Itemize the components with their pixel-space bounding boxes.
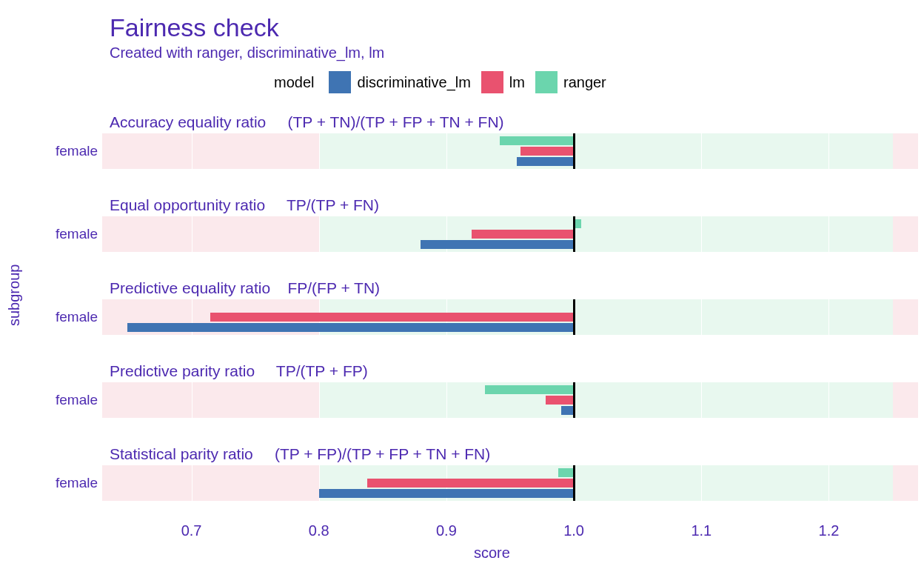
facet-title: Statistical parity ratio (TP + FP)/(TP +…	[44, 443, 918, 465]
bar-lm	[546, 396, 574, 405]
bar-lm	[210, 313, 574, 322]
reference-line	[573, 216, 575, 252]
bar-discriminative_lm	[517, 157, 574, 166]
reference-line	[573, 299, 575, 335]
fairness-chart: Fairness check Created with ranger, disc…	[0, 0, 924, 569]
plot-area	[102, 465, 918, 501]
legend-item-lm: lm	[481, 71, 525, 93]
reference-line	[573, 465, 575, 501]
plot-area	[102, 299, 918, 335]
x-tick: 1.2	[819, 522, 840, 539]
bar-discriminative_lm	[561, 406, 574, 415]
bar-lm	[367, 479, 574, 488]
x-tick: 0.9	[436, 522, 457, 539]
legend-item-ranger: ranger	[535, 71, 606, 93]
x-tick: 0.8	[309, 522, 329, 539]
legend-item-discriminative-lm: discriminative_lm	[329, 71, 470, 93]
facet-body: female	[44, 299, 918, 335]
facet-title: Equal opportunity ratio TP/(TP + FN)	[44, 194, 918, 216]
legend-label: ranger	[563, 74, 606, 91]
bar-lm	[520, 147, 574, 156]
subgroup-label: female	[44, 216, 102, 252]
legend-swatch-ranger	[535, 71, 558, 93]
facet-body: female	[44, 382, 918, 418]
x-axis-label: score	[474, 545, 510, 562]
bar-ranger	[500, 136, 574, 145]
facet-panel: Predictive equality ratio FP/(FP + TN)fe…	[44, 277, 918, 360]
legend-label: lm	[509, 74, 525, 91]
bar-discriminative_lm	[319, 489, 574, 498]
x-tick: 1.1	[691, 522, 712, 539]
facet-panel: Predictive parity ratio TP/(TP + FP)fema…	[44, 360, 918, 443]
facet-panel: Accuracy equality ratio (TP + TN)/(TP + …	[44, 111, 918, 194]
legend-label: discriminative_lm	[357, 74, 470, 91]
plot-area	[102, 133, 918, 169]
legend-title: model	[274, 74, 314, 91]
subgroup-label: female	[44, 465, 102, 501]
x-tick: 1.0	[563, 522, 584, 539]
y-axis-label: subgroup	[6, 264, 23, 326]
plot-area	[102, 382, 918, 418]
chart-title: Fairness check	[110, 13, 279, 42]
plot-area	[102, 216, 918, 252]
facet-panel: Equal opportunity ratio TP/(TP + FN)fema…	[44, 194, 918, 277]
facet-body: female	[44, 216, 918, 252]
x-axis: 0.70.80.91.01.11.2	[102, 522, 918, 545]
bar-ranger	[485, 385, 575, 394]
facet-panels: Accuracy equality ratio (TP + TN)/(TP + …	[44, 111, 918, 526]
bar-discriminative_lm	[421, 240, 574, 249]
facet-title: Predictive equality ratio FP/(FP + TN)	[44, 277, 918, 299]
bar-lm	[472, 230, 574, 239]
facet-body: female	[44, 133, 918, 169]
legend-swatch-discriminative-lm	[329, 71, 351, 93]
facet-body: female	[44, 465, 918, 501]
reference-line	[573, 133, 575, 169]
subgroup-label: female	[44, 382, 102, 418]
legend-swatch-lm	[481, 71, 503, 93]
facet-panel: Statistical parity ratio (TP + FP)/(TP +…	[44, 443, 918, 526]
bar-ranger	[558, 468, 574, 477]
subgroup-label: female	[44, 133, 102, 169]
legend: model discriminative_lm lm ranger	[274, 71, 606, 93]
reference-line	[573, 382, 575, 418]
bar-discriminative_lm	[127, 323, 574, 332]
subgroup-label: female	[44, 299, 102, 335]
facet-title: Accuracy equality ratio (TP + TN)/(TP + …	[44, 111, 918, 133]
facet-title: Predictive parity ratio TP/(TP + FP)	[44, 360, 918, 382]
chart-subtitle: Created with ranger, discriminative_lm, …	[110, 44, 384, 61]
x-tick: 0.7	[181, 522, 202, 539]
